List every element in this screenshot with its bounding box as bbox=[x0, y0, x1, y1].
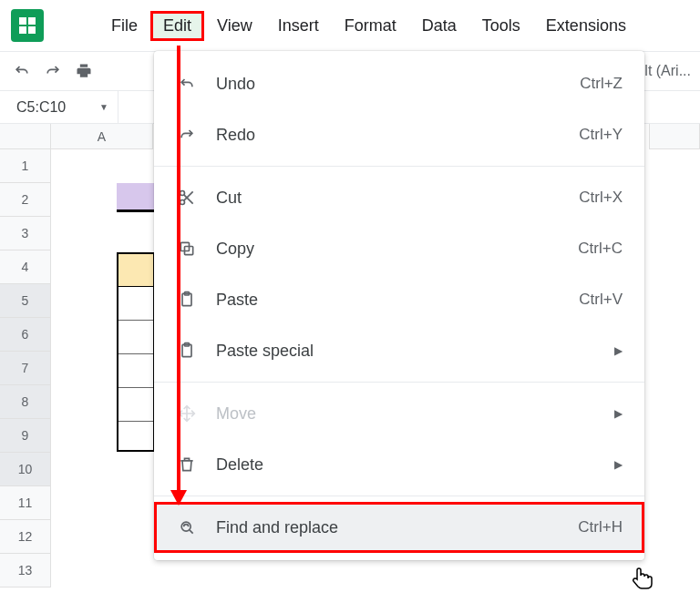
menu-find-replace[interactable]: Find and replace Ctrl+H bbox=[154, 502, 644, 553]
name-box-value: C5:C10 bbox=[16, 99, 66, 116]
filled-cell[interactable] bbox=[117, 183, 155, 212]
row-header[interactable]: 11 bbox=[0, 486, 51, 520]
move-icon bbox=[176, 403, 198, 424]
menu-paste[interactable]: Paste Ctrl+V bbox=[154, 274, 644, 325]
menu-undo[interactable]: Undo Ctrl+Z bbox=[154, 58, 644, 109]
svg-point-1 bbox=[180, 200, 185, 205]
menu-extensions[interactable]: Extensions bbox=[533, 11, 639, 41]
menu-item-shortcut: Ctrl+C bbox=[578, 240, 623, 258]
menu-item-shortcut: Ctrl+V bbox=[579, 291, 623, 309]
row-header[interactable]: 8 bbox=[0, 385, 51, 419]
sheets-logo-icon[interactable] bbox=[11, 9, 44, 42]
menu-file[interactable]: File bbox=[98, 11, 150, 41]
svg-line-11 bbox=[190, 530, 193, 534]
font-selector[interactable]: ult (Ari... bbox=[636, 63, 700, 79]
menu-item-label: Delete bbox=[216, 455, 614, 475]
menu-item-label: Paste special bbox=[216, 342, 614, 361]
edit-dropdown-menu: Undo Ctrl+Z Redo Ctrl+Y Cut Ctrl+X Copy … bbox=[154, 51, 644, 560]
row-header[interactable]: 13 bbox=[0, 554, 51, 587]
menu-item-label: Cut bbox=[216, 189, 579, 208]
menu-copy[interactable]: Copy Ctrl+C bbox=[154, 223, 644, 274]
row-header[interactable]: 1 bbox=[0, 149, 51, 183]
row-header[interactable]: 12 bbox=[0, 520, 51, 554]
menubar: File Edit View Insert Format Data Tools … bbox=[98, 11, 639, 41]
menu-item-shortcut: Ctrl+Z bbox=[580, 75, 623, 93]
row-header[interactable]: 2 bbox=[0, 183, 51, 217]
menu-data[interactable]: Data bbox=[409, 11, 469, 41]
menu-item-shortcut: Ctrl+X bbox=[579, 189, 623, 207]
row-header[interactable]: 3 bbox=[0, 217, 51, 250]
clipboard-icon bbox=[176, 289, 198, 311]
redo-icon bbox=[176, 124, 198, 146]
redo-icon[interactable] bbox=[44, 62, 62, 80]
menu-item-shortcut: Ctrl+Y bbox=[579, 126, 623, 144]
row-header[interactable]: 7 bbox=[0, 352, 51, 385]
menu-edit[interactable]: Edit bbox=[150, 11, 204, 41]
menu-separator bbox=[154, 166, 644, 167]
menu-cut[interactable]: Cut Ctrl+X bbox=[154, 172, 644, 223]
trash-icon bbox=[176, 454, 198, 475]
menu-item-label: Move bbox=[216, 404, 614, 424]
copy-icon bbox=[176, 238, 198, 260]
row-header[interactable]: 10 bbox=[0, 453, 51, 486]
row-header[interactable]: 4 bbox=[0, 250, 51, 284]
find-replace-icon bbox=[176, 516, 198, 538]
submenu-arrow-icon: ▶ bbox=[614, 458, 623, 471]
menu-delete[interactable]: Delete ▶ bbox=[154, 439, 644, 490]
menu-redo[interactable]: Redo Ctrl+Y bbox=[154, 109, 644, 160]
menu-item-label: Undo bbox=[216, 75, 580, 94]
clipboard-icon bbox=[176, 340, 198, 362]
menu-item-label: Copy bbox=[216, 240, 578, 259]
selected-cell-range[interactable] bbox=[117, 252, 155, 452]
row-header[interactable]: 6 bbox=[0, 318, 51, 352]
menu-tools[interactable]: Tools bbox=[469, 11, 533, 41]
menu-separator bbox=[154, 382, 644, 383]
menu-insert[interactable]: Insert bbox=[265, 11, 332, 41]
menu-move: Move ▶ bbox=[154, 388, 644, 439]
print-icon[interactable] bbox=[75, 62, 93, 80]
menu-item-label: Find and replace bbox=[216, 518, 578, 537]
svg-point-0 bbox=[180, 191, 185, 196]
scissors-icon bbox=[176, 187, 198, 209]
chevron-down-icon: ▼ bbox=[99, 102, 108, 112]
submenu-arrow-icon: ▶ bbox=[614, 407, 623, 420]
column-header-far[interactable] bbox=[649, 124, 700, 149]
svg-point-10 bbox=[181, 522, 190, 531]
submenu-arrow-icon: ▶ bbox=[614, 344, 623, 357]
row-header[interactable]: 9 bbox=[0, 419, 51, 453]
undo-icon bbox=[176, 73, 198, 95]
menu-paste-special[interactable]: Paste special ▶ bbox=[154, 325, 644, 376]
name-box[interactable]: C5:C10 ▼ bbox=[0, 91, 118, 123]
undo-icon[interactable] bbox=[13, 62, 31, 80]
menu-format[interactable]: Format bbox=[332, 11, 409, 41]
column-header-a[interactable]: A bbox=[51, 124, 153, 149]
select-all-corner[interactable] bbox=[0, 124, 51, 149]
menu-item-shortcut: Ctrl+H bbox=[578, 518, 623, 536]
menu-item-label: Paste bbox=[216, 291, 579, 310]
menu-separator bbox=[154, 496, 644, 496]
row-headers: 1 2 3 4 5 6 7 8 9 10 11 12 13 bbox=[0, 149, 51, 587]
menu-item-label: Redo bbox=[216, 126, 579, 145]
menu-view[interactable]: View bbox=[204, 11, 265, 41]
row-header[interactable]: 5 bbox=[0, 284, 51, 318]
